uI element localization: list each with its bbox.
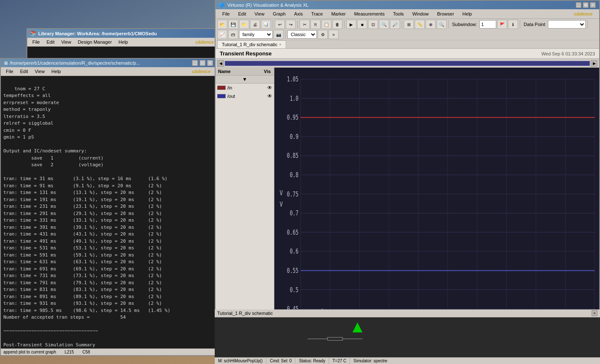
lib-menu-edit[interactable]: Edit [43, 39, 58, 45]
virt-menu-tools[interactable]: Tools [389, 10, 408, 18]
tb-delete-btn[interactable]: 🗑 [332, 20, 342, 29]
svg-text:V: V [280, 200, 283, 208]
virt-menu-window[interactable]: Window [408, 10, 433, 18]
tb-sep6 [520, 20, 520, 29]
tb-paste-btn[interactable]: 📋 [321, 20, 332, 29]
lib-menu-view[interactable]: View [58, 39, 75, 45]
data-point-select[interactable] [548, 20, 586, 29]
trace-vis-out[interactable]: 👁 [267, 93, 272, 99]
tb-stop-btn[interactable]: ■ [357, 20, 367, 29]
plot-header: Transient Response Wed Sep 6 01:33:34 20… [216, 49, 599, 58]
sch-title-text: Tutorial_1 R_div schematic [217, 311, 273, 316]
virtuoso-logo-icon: 🔷 [219, 3, 225, 8]
trace-item-in[interactable]: /in 👁 [216, 84, 274, 92]
virtuoso-minimize-btn[interactable]: _ [576, 2, 582, 8]
lib-manager-titlebar: 📚 Library Manager: WorkArea: /home/perer… [27, 29, 219, 38]
tb-info-btn[interactable]: ℹ [508, 20, 518, 29]
plot-area: Transient Response Wed Sep 6 01:33:34 20… [216, 49, 599, 346]
terminal-close-btn[interactable]: × [207, 60, 213, 66]
terminal-position: L215 [65, 350, 74, 354]
tb-bar-chart-btn[interactable]: 📈 [217, 30, 227, 39]
trace-item-out[interactable]: /out 👁 [216, 92, 274, 100]
schematic-statusbar: M: schHiMousePopUp() Cmd: Sel: 0 Status:… [215, 357, 600, 364]
tb-search-btn[interactable]: 🔍 [437, 20, 447, 29]
svg-text:0.5: 0.5 [290, 286, 299, 293]
virt-menu-view[interactable]: View [250, 10, 269, 18]
virtuoso-close-btn[interactable]: × [590, 2, 596, 8]
virt-menu-axis[interactable]: Axis [290, 10, 307, 18]
classic-select[interactable]: Classic [287, 30, 317, 39]
trace-vis-in[interactable]: 👁 [267, 85, 272, 91]
virtuoso-restore-btn[interactable]: ⧉ [583, 2, 589, 8]
subwindow-input[interactable] [479, 20, 496, 29]
svg-text:0.75: 0.75 [287, 190, 299, 198]
graph-canvas[interactable]: 1.05 1.0 0.95 0.9 0.85 0.8 0.75 0.7 0.65… [274, 68, 599, 346]
terminal-maximize-btn[interactable]: □ [200, 60, 205, 66]
svg-text:0.6: 0.6 [290, 248, 299, 255]
schematic-bottom-panel: Tutorial_1 R_div schematic × M: schHiMou… [215, 309, 600, 364]
virt-menu-graph[interactable]: Graph [268, 10, 290, 18]
tb-settings-btn[interactable]: ⚙ [318, 30, 328, 39]
virt-menu-help[interactable]: Help [458, 10, 476, 18]
tb-more-btn[interactable]: » [329, 30, 339, 39]
virt-menu-marker[interactable]: Marker [327, 10, 350, 18]
term-menu-help[interactable]: Help [48, 68, 64, 75]
terminal-column: C58 [82, 350, 90, 354]
trace-name-out: /out [227, 94, 266, 99]
lib-menu-help[interactable]: Help [115, 39, 132, 45]
tb-save-btn[interactable]: 💾 [228, 20, 238, 29]
tb-zoom-out-btn[interactable]: 🔎 [390, 20, 400, 29]
term-menu-view[interactable]: View [32, 68, 48, 75]
virt-menu-measurements[interactable]: Measurements [350, 10, 389, 18]
term-menu-file[interactable]: File [3, 68, 17, 75]
svg-text:0.7: 0.7 [290, 209, 299, 217]
terminal-icon: 🖥 [3, 60, 8, 65]
tb-grid-btn[interactable]: ⊞ [404, 20, 414, 29]
plot-tab[interactable]: Tutorial_1 R_div schematic × [217, 40, 286, 48]
lib-manager-title: Library Manager: WorkArea: /home/pererb1… [38, 31, 157, 36]
tb-copy-btn[interactable]: ⎘ [311, 20, 321, 29]
svg-text:0.8: 0.8 [290, 171, 299, 178]
tb-sep5 [448, 20, 449, 29]
tb-open2-btn[interactable]: 📁 [239, 20, 249, 29]
tb-chart-btn[interactable]: 📊 [261, 20, 271, 29]
terminal-minimize-btn[interactable]: _ [192, 60, 198, 66]
tb-print-btn[interactable]: 🖨 [250, 20, 260, 29]
tb-undo-btn[interactable]: ↩ [275, 20, 285, 29]
nav-slider[interactable] [225, 61, 590, 66]
sch-close-area: × [592, 310, 597, 316]
family-select[interactable]: family [239, 30, 273, 39]
tb-cursor-btn[interactable]: ⊕ [426, 20, 436, 29]
virt-menu-browser[interactable]: Browser [433, 10, 458, 18]
tb-play-btn[interactable]: ▶ [346, 20, 356, 29]
svg-text:0.85: 0.85 [287, 152, 299, 160]
sch-close-btn[interactable]: × [592, 310, 597, 316]
nav-right-btn[interactable]: ▶ [591, 60, 597, 67]
svg-text:0.9: 0.9 [290, 133, 299, 140]
lib-menu-design-manager[interactable]: Design Manager [74, 39, 115, 45]
term-menu-edit[interactable]: Edit [17, 68, 32, 75]
tb-table-btn[interactable]: 🗃 [228, 30, 238, 39]
trace-col-name: Name [216, 68, 261, 75]
tb-flag-btn[interactable]: 🚩 [497, 20, 507, 29]
terminal-titlebar: 🖥 /home/pererb1/cadence/simulation/R_div… [1, 59, 216, 67]
tb-zoom-fit-btn[interactable]: ⊡ [368, 20, 378, 29]
tb-snapshot-btn[interactable]: 📷 [274, 30, 284, 39]
lib-menu-file[interactable]: File [29, 39, 43, 45]
tb-redo-btn[interactable]: ↪ [286, 20, 296, 29]
virt-menu-edit[interactable]: Edit [234, 10, 250, 18]
terminal-statusbar: append plot to current graph L215 C58 [1, 348, 216, 355]
virtuoso-titlebar: 🔷 Virtuoso (R) Visualization & Analysis … [216, 1, 599, 9]
tb-open-btn[interactable]: 📂 [217, 20, 227, 29]
nav-left-btn[interactable]: ◀ [217, 60, 224, 67]
terminal-title: /home/pererb1/cadence/simulation/R_div/s… [10, 60, 140, 65]
sch-status-cmd: Cmd: Sel: 0 [266, 358, 295, 364]
tb-cut-btn[interactable]: ✂ [300, 20, 310, 29]
plot-tab-close[interactable]: × [279, 42, 281, 47]
tb-zoom-in-btn[interactable]: 🔍 [379, 20, 389, 29]
virt-menu-trace[interactable]: Trace [307, 10, 327, 18]
virt-menu-file[interactable]: File [218, 10, 234, 18]
tb-ruler-btn[interactable]: 📏 [415, 20, 425, 29]
tb-sep4 [402, 20, 402, 29]
trace-swatch-in [217, 86, 226, 90]
